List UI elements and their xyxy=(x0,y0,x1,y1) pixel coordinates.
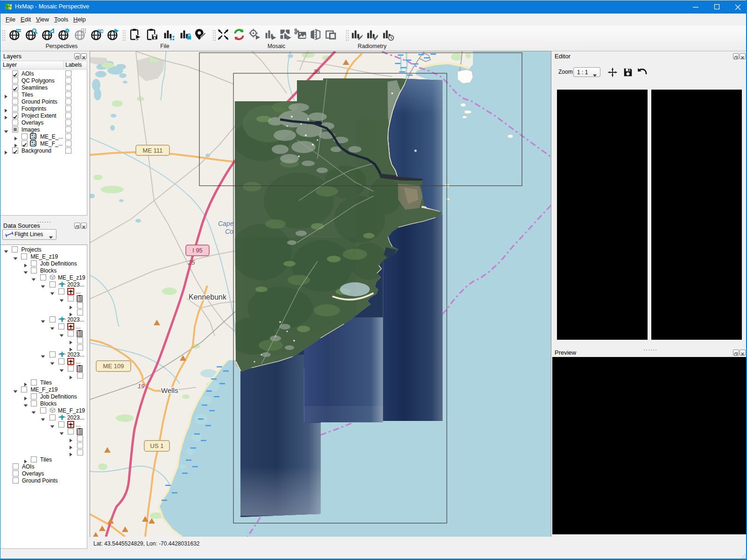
svg-text:36: 36 xyxy=(313,68,320,75)
svg-text:ME 111: ME 111 xyxy=(143,147,163,154)
svg-text:25: 25 xyxy=(188,259,195,266)
svg-text:3D: 3D xyxy=(97,28,103,34)
svg-text:US 1: US 1 xyxy=(150,442,164,449)
svg-text:Co: Co xyxy=(225,228,233,235)
svg-text:I 95: I 95 xyxy=(192,247,203,254)
svg-text:Wells: Wells xyxy=(161,386,178,394)
svg-text:19: 19 xyxy=(138,383,144,390)
svg-text:ME 109: ME 109 xyxy=(103,363,124,370)
svg-text:Cape: Cape xyxy=(218,220,234,227)
svg-text:Kennebunk: Kennebunk xyxy=(189,293,227,301)
